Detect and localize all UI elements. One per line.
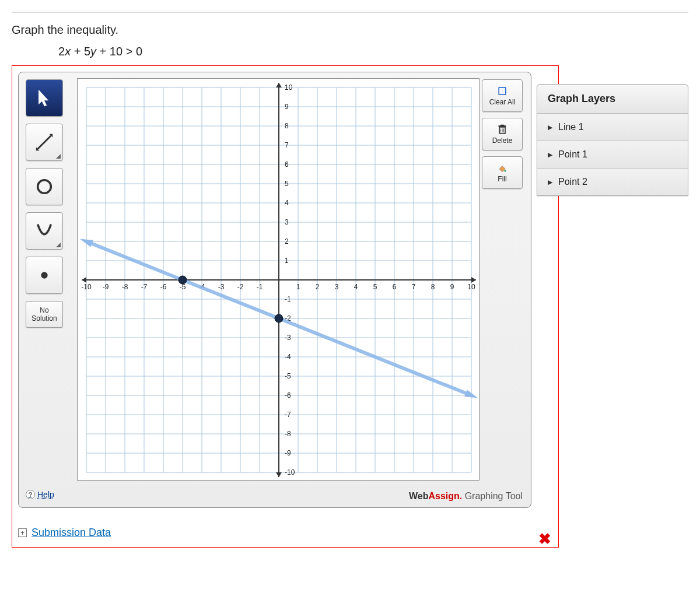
svg-text:10: 10 [467,283,475,291]
trash-icon [496,124,508,135]
line-icon [34,132,54,152]
svg-text:-10: -10 [81,283,92,291]
clear-all-button[interactable]: Clear All [482,79,523,112]
parabola-icon [34,221,54,241]
svg-text:3: 3 [285,218,289,226]
graph-panel: No Solution ? Help Clear All Delete [18,72,531,508]
graph-layers-title: Graph Layers [537,85,688,114]
svg-text:-3: -3 [218,283,225,291]
no-solution-label-1: No [40,306,48,314]
svg-text:-9: -9 [285,449,291,457]
svg-text:-1: -1 [257,283,263,291]
svg-text:5: 5 [373,283,377,291]
svg-text:9: 9 [450,283,454,291]
svg-marker-56 [276,83,282,87]
expand-icon[interactable]: + [18,528,27,537]
svg-text:-4: -4 [285,353,291,361]
svg-point-102 [275,314,283,322]
svg-text:4: 4 [285,199,289,207]
clear-all-label: Clear All [489,98,516,106]
circle-icon [34,177,54,197]
svg-text:-3: -3 [285,334,291,342]
layer-item-0[interactable]: ▶Line 1 [537,114,688,141]
svg-text:2: 2 [285,237,289,246]
brand-label: WebAssign. Graphing Tool [409,491,523,502]
svg-text:-6: -6 [160,283,167,291]
svg-text:-6: -6 [285,391,291,399]
svg-text:9: 9 [285,103,289,111]
chevron-right-icon: ▶ [548,151,552,159]
svg-text:1: 1 [285,257,289,265]
chevron-right-icon: ▶ [548,124,552,131]
submission-row: + Submission Data [18,527,552,539]
svg-text:1: 1 [296,283,300,291]
submission-link[interactable]: Submission Data [32,527,111,539]
svg-marker-54 [471,277,476,283]
brand-web: Web [409,491,428,501]
svg-text:4: 4 [354,283,358,291]
svg-text:8: 8 [431,283,435,291]
svg-text:5: 5 [285,180,289,188]
no-solution-label-2: Solution [32,314,57,322]
svg-text:10: 10 [285,83,293,92]
layer-item-label: Point 1 [558,149,587,160]
layer-item-1[interactable]: ▶Point 1 [537,141,688,169]
delete-button[interactable]: Delete [482,118,523,150]
svg-text:-1: -1 [285,295,291,303]
svg-text:8: 8 [285,122,289,130]
svg-point-9 [504,170,506,171]
fill-icon [496,162,508,174]
graph-plot[interactable]: -10-9-8-7-6-5-4-3-2-112345678910-10-9-8-… [77,78,480,481]
clear-all-icon [496,85,508,97]
svg-line-0 [38,136,51,149]
tool-circle[interactable] [26,168,63,205]
help-link[interactable]: ? Help [26,490,54,499]
svg-text:-10: -10 [285,468,295,476]
svg-text:-8: -8 [122,283,128,291]
svg-marker-55 [82,277,86,283]
tool-point[interactable] [26,257,63,294]
svg-text:-7: -7 [141,283,148,291]
layer-item-2[interactable]: ▶Point 2 [537,169,688,195]
pointer-icon [34,88,54,108]
right-buttons: Clear All Delete Fill [482,79,524,189]
tool-pointer[interactable] [26,79,63,117]
svg-text:-7: -7 [285,411,291,419]
question-prompt: Graph the inequality. [12,23,688,37]
svg-point-3 [38,180,51,194]
incorrect-icon: ✖ [538,530,551,548]
chevron-right-icon: ▶ [548,178,552,186]
brand-tail: Graphing Tool [462,491,523,501]
svg-text:6: 6 [285,160,289,169]
svg-rect-5 [499,87,506,94]
help-icon: ? [26,490,35,499]
svg-text:2: 2 [316,283,320,291]
question-equation: 2x + 5y + 10 > 0 [58,45,688,58]
svg-text:7: 7 [285,141,289,149]
tool-parabola[interactable] [26,212,63,250]
layer-item-label: Line 1 [558,122,584,132]
svg-text:-5: -5 [285,372,291,380]
help-label: Help [37,490,54,499]
plot-svg: -10-9-8-7-6-5-4-3-2-112345678910-10-9-8-… [78,79,480,481]
svg-text:6: 6 [393,283,397,291]
graph-layers-panel: Graph Layers ▶Line 1▶Point 1▶Point 2 [537,84,688,196]
svg-text:7: 7 [412,283,416,291]
fill-label: Fill [498,175,506,183]
fill-button[interactable]: Fill [482,156,523,189]
brand-assign: Assign. [428,491,462,501]
svg-text:-8: -8 [285,430,291,438]
svg-marker-57 [276,472,282,477]
delete-label: Delete [492,136,513,145]
point-icon [34,265,54,285]
svg-point-101 [178,276,187,284]
layer-item-label: Point 2 [558,177,587,187]
svg-text:-2: -2 [237,283,244,291]
svg-text:3: 3 [335,283,339,291]
svg-text:-9: -9 [103,283,109,291]
toolbox: No Solution [26,79,68,328]
answer-area: No Solution ? Help Clear All Delete [12,65,559,548]
svg-point-4 [41,272,47,278]
tool-no-solution[interactable]: No Solution [26,301,63,328]
tool-line[interactable] [26,124,63,161]
